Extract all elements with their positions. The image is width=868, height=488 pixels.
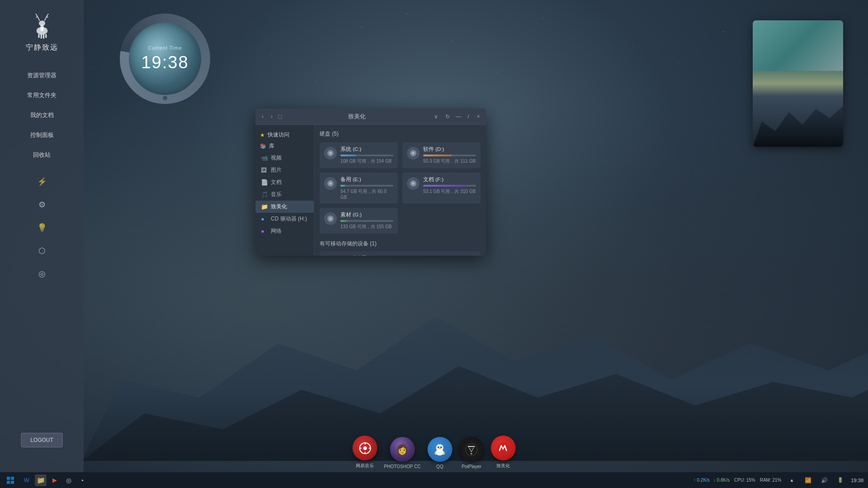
- drive-c-name: 系统 (C:): [340, 146, 393, 153]
- sidebar-item-my-docs[interactable]: 我的文档: [0, 106, 84, 125]
- layers-icon-button[interactable]: ⬡: [34, 243, 50, 259]
- sidebar-item-control-panel[interactable]: 控制面板: [0, 126, 84, 145]
- sidebar-meitu[interactable]: 📁 致美化: [255, 201, 314, 213]
- taskbar: W 📁 ▶ ◎ ▸ ↑ 0.2K/s ↓ 0.8K/s CPU: 15% RAM…: [0, 472, 868, 488]
- potplayer-label: PotPlayer: [462, 464, 481, 469]
- folder-icon: □: [278, 113, 282, 120]
- refresh-button[interactable]: ↻: [443, 113, 452, 121]
- taskbar-clock: 19:38: [851, 478, 863, 483]
- svg-point-16: [329, 217, 332, 220]
- svg-point-12: [329, 182, 332, 185]
- sidebar-network[interactable]: ● 网络: [255, 225, 314, 237]
- preview-image: [753, 20, 843, 147]
- sidebar-item-recycle-bin[interactable]: 回收站: [0, 145, 84, 164]
- taskbar-system-up-arrow[interactable]: ▲: [786, 474, 797, 486]
- taskbar-volume-icon[interactable]: 🔊: [818, 474, 830, 486]
- settings-icon-button[interactable]: ◎: [34, 266, 50, 282]
- drive-e-bar-bg: [340, 185, 393, 187]
- sidebar-music[interactable]: 🎵 音乐: [255, 188, 314, 201]
- sidebar-icon-buttons: ⚡ ⚙ 💡 ⬡ ◎: [34, 174, 50, 282]
- drive-c-info: 系统 (C:) 108 GB 可用，共 154 GB: [340, 146, 393, 164]
- close-button[interactable]: ×: [475, 113, 481, 120]
- sort-button[interactable]: ∨: [432, 113, 440, 121]
- back-button[interactable]: ‹: [260, 113, 265, 121]
- taskbar-network-icon[interactable]: 📶: [802, 474, 814, 486]
- clock-widget: Current Time 19:38: [120, 14, 210, 104]
- drive-c-bar-fill: [340, 155, 356, 156]
- window-control-buttons: — / ×: [455, 113, 481, 120]
- svg-point-27: [436, 449, 444, 455]
- qq-label: QQ: [436, 464, 443, 469]
- drive-material-g[interactable]: 素材 (G:) 133 GB 可用，共 155 GB: [320, 208, 398, 234]
- sidebar-item-file-manager[interactable]: 资源管理器: [0, 66, 84, 85]
- drive-software-d[interactable]: 软件 (D:) 50.3 GB 可用，共 111 GB: [402, 142, 481, 168]
- upload-speed: ↑ 0.2K/s: [693, 478, 710, 483]
- potplayer-icon: [459, 437, 484, 462]
- window-title: 致美化: [285, 113, 429, 121]
- drive-g-bar-fill: [340, 220, 348, 222]
- svg-point-34: [471, 453, 472, 455]
- clock-outer-ring: Current Time 19:38: [120, 14, 210, 104]
- taskbar-app-chrome[interactable]: ◎: [63, 474, 75, 486]
- taskbar-app-explorer[interactable]: 📁: [35, 474, 47, 486]
- wallpaper-preview[interactable]: [753, 20, 843, 147]
- logout-button[interactable]: LOGOUT: [21, 433, 63, 447]
- svg-rect-37: [11, 477, 14, 480]
- sidebar: 宁静致远 资源管理器 常用文件夹 我的文档 控制面板 回收站 ⚡ ⚙ 💡 ⬡ ◎…: [0, 0, 84, 488]
- restore-button[interactable]: /: [465, 113, 472, 120]
- svg-point-8: [329, 152, 332, 155]
- drive-d-bar-bg: [423, 155, 476, 156]
- drive-d-bar-fill: [423, 155, 452, 156]
- taskbar-running-apps: W 📁 ▶ ◎ ▸: [21, 474, 89, 486]
- hard-drives-title: 硬盘 (5): [320, 130, 481, 138]
- network-icon: ●: [261, 228, 268, 235]
- docs-icon: 📄: [261, 179, 268, 186]
- tools-icon-button[interactable]: ⚙: [34, 197, 50, 213]
- quick-access-header[interactable]: ★ 快速访问: [255, 129, 314, 141]
- svg-point-10: [412, 152, 415, 155]
- sidebar-documents[interactable]: 📄 文档: [255, 176, 314, 188]
- drive-system-c[interactable]: 系统 (C:) 108 GB 可用，共 154 GB: [320, 142, 398, 168]
- dock-potplayer[interactable]: PotPlayer: [459, 437, 484, 469]
- drive-backup-e[interactable]: 备用 (E:) 54.7 GB 可用，共 60.0 GB: [320, 173, 398, 203]
- sidebar-navigation: 资源管理器 常用文件夹 我的文档 控制面板 回收站: [0, 66, 84, 164]
- sidebar-videos[interactable]: 📹 视频: [255, 152, 314, 164]
- svg-point-14: [412, 182, 415, 185]
- download-speed: ↓ 0.8K/s: [713, 478, 730, 483]
- drive-docs-f[interactable]: 文档 (F:) 53.1 GB 可用，共 310 GB: [402, 173, 481, 203]
- dock-qq[interactable]: QQ: [427, 437, 452, 469]
- file-manager-titlebar: ‹ › □ 致美化 ∨ ↻ — / ×: [255, 108, 486, 125]
- dock-photoshop[interactable]: 👩 PHOTOSHOP CC: [384, 437, 421, 469]
- removable-device-cd[interactable]: CD 驱动器 (H:) Wireless 0 字节 可用，共 6.91 MB C…: [320, 251, 481, 256]
- taskbar-app-word[interactable]: W: [21, 474, 33, 486]
- sidebar-images[interactable]: 🖼 图片: [255, 164, 314, 176]
- photoshop-icon: 👩: [390, 437, 415, 462]
- forward-button[interactable]: ›: [269, 113, 274, 121]
- drive-g-bar-bg: [340, 220, 393, 222]
- svg-rect-36: [7, 477, 10, 480]
- meitu-app-label: 致美化: [496, 463, 510, 469]
- svg-rect-39: [11, 481, 14, 484]
- file-manager-main-content: 硬盘 (5) 系统 (C:) 108 GB 可用，共 154 GB: [314, 125, 486, 256]
- cd-drive-icon: ●: [261, 216, 268, 222]
- clock-time: 19:38: [141, 53, 189, 72]
- toolbar-right: ∨ ↻: [432, 113, 452, 121]
- taskbar-app-terminal[interactable]: ▸: [77, 474, 89, 486]
- taskbar-app-media[interactable]: ▶: [49, 474, 61, 486]
- dock-netease-music[interactable]: 网易音乐: [353, 436, 377, 469]
- sidebar-cd-drive[interactable]: ● CD 驱动器 (H:): [255, 213, 314, 225]
- taskbar-battery-icon[interactable]: 🔋: [835, 474, 846, 486]
- windows-start-button[interactable]: [5, 474, 16, 486]
- minimize-button[interactable]: —: [455, 113, 462, 120]
- removable-section-title: 有可移动存储的设备 (1): [320, 240, 481, 248]
- apps-icon-button[interactable]: ⚡: [34, 174, 50, 190]
- file-manager-sidebar: ★ 快速访问 📚 库 📹 视频 🖼 图片 📄 文档 🎵 音乐: [255, 125, 314, 256]
- drives-grid: 系统 (C:) 108 GB 可用，共 154 GB 软件 (D:): [320, 142, 481, 234]
- drive-f-size: 53.1 GB 可用，共 310 GB: [423, 188, 476, 195]
- library-header[interactable]: 📚 库: [255, 141, 314, 152]
- dock-meitu[interactable]: 致美化: [491, 436, 515, 469]
- svg-point-2: [39, 20, 45, 26]
- file-manager-window: ‹ › □ 致美化 ∨ ↻ — / × ★ 快速访问 📚 库 📹 视: [255, 108, 486, 256]
- sidebar-item-common-folders[interactable]: 常用文件夹: [0, 86, 84, 105]
- bulb-icon-button[interactable]: 💡: [34, 220, 50, 236]
